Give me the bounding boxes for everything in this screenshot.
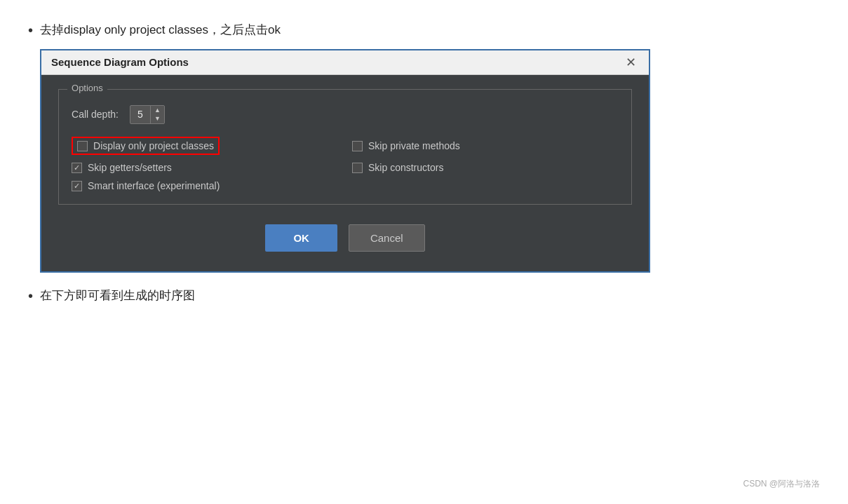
checkbox-smart-interface[interactable]: ✓ [72,181,82,191]
checkbox-skip-private-methods[interactable] [352,141,363,151]
ok-button[interactable]: OK [265,224,337,252]
checkboxes-grid: Display only project classes Skip privat… [72,137,619,191]
checkmark-smart-interface: ✓ [74,182,80,190]
label-display-only-project-classes: Display only project classes [93,140,214,151]
cancel-button[interactable]: Cancel [349,224,425,252]
checkbox-row-display-only-project-classes[interactable]: Display only project classes [72,137,338,155]
checkbox-row-skip-constructors[interactable]: Skip constructors [352,162,619,173]
bullet-dot-1: • [28,22,33,39]
label-skip-getters-setters: Skip getters/setters [88,162,172,173]
call-depth-value: 5 [130,107,150,122]
highlight-box: Display only project classes [72,137,220,155]
page-credit: CSDN @阿洛与洛洛 [743,478,820,490]
call-depth-spinner[interactable]: 5 ▲ ▼ [130,105,165,125]
spinner-up-button[interactable]: ▲ [151,106,164,115]
dialog-close-button[interactable]: ✕ [623,56,639,69]
call-depth-row: Call depth: 5 ▲ ▼ [72,105,619,125]
dialog-title: Sequence Diagram Options [51,56,189,68]
dialog-titlebar: Sequence Diagram Options ✕ [41,50,649,75]
dialog-footer: OK Cancel [58,224,632,252]
bullet-text-2: 在下方即可看到生成的时序图 [40,287,195,305]
bullet-item-1: • 去掉display only project classes，之后点击ok … [28,21,820,273]
checkbox-skip-constructors[interactable] [352,163,363,173]
checkbox-skip-getters-setters[interactable]: ✓ [72,163,82,173]
sequence-diagram-dialog: Sequence Diagram Options ✕ Options Call … [40,49,650,273]
bullet-text-1: 去掉display only project classes，之后点击ok [40,23,281,36]
call-depth-label: Call depth: [72,109,119,120]
bullet-dot-2: • [28,288,33,304]
checkbox-row-skip-private-methods[interactable]: Skip private methods [352,137,619,155]
checkbox-display-only-project-classes[interactable] [77,141,88,151]
dialog-body: Options Call depth: 5 ▲ ▼ [41,75,649,272]
bullet-item-2: • 在下方即可看到生成的时序图 [28,287,820,305]
checkmark-skip-getters: ✓ [74,164,80,172]
spinner-buttons: ▲ ▼ [150,106,164,124]
label-skip-private-methods: Skip private methods [368,140,460,151]
checkbox-row-smart-interface[interactable]: ✓ Smart interface (experimental) [72,180,619,191]
label-skip-constructors: Skip constructors [368,162,443,173]
checkbox-row-skip-getters-setters[interactable]: ✓ Skip getters/setters [72,162,338,173]
spinner-down-button[interactable]: ▼ [151,114,164,123]
label-smart-interface: Smart interface (experimental) [88,180,220,191]
options-legend: Options [67,83,107,93]
options-group: Options Call depth: 5 ▲ ▼ [58,89,632,205]
